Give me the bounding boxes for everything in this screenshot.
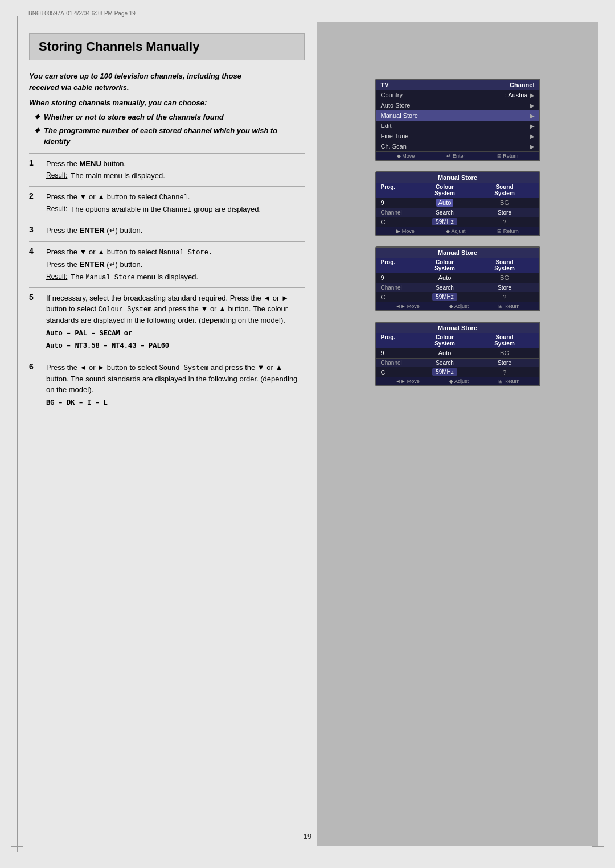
step-num-3: 3 [29,220,46,242]
tv-header-left: TV [381,81,389,88]
step4-result: Result: The Manual Store menu is display… [46,271,305,283]
freq-channel-2: C -- [381,294,415,301]
footer3-return: ⊞ Return [498,379,520,384]
manual-screen3-col-headers: Prog. ColourSystem SoundSystem [376,333,539,348]
manual-screen-3: Manual Store Prog. ColourSystem SoundSys… [375,322,540,386]
step6-formula: BG – DK – I – L [46,398,305,408]
step4-result-label: Result: [46,271,67,283]
title-box: Storing Channels Manually [29,33,305,60]
step4-instruction-line1: Press the ▼ or ▲ button to select Manual… [46,246,305,258]
manual-screen3-data: 9 Auto BG [376,348,539,358]
label-channel-2: Channel [381,285,415,291]
label-search-2: Search [415,285,475,291]
step-row-5: 5 If necessary, select the broadcasting … [29,287,305,357]
data-colour-2: Auto [415,274,475,281]
footer1-move: ▶ Move [396,228,415,234]
col-prog-2: Prog. [381,259,415,271]
col-colour-3: ColourSystem [415,334,475,347]
col-sound-1: SoundSystem [475,184,535,196]
tv-screen-footer: ◆ Move ↵ Enter ⊞ Return [376,151,539,160]
freq-mhz-3: 59MHz [415,368,475,376]
manual-screen2-col-headers: Prog. ColourSystem SoundSystem [376,258,539,273]
left-panel: Storing Channels Manually You can store … [18,22,316,846]
step-content-5: If necessary, select the broadcasting st… [46,287,305,357]
step1-result: Result: The main menu is displayed. [46,170,305,182]
step-content-6: Press the ◄ or ► button to select Sound … [46,357,305,414]
freq-channel-1: C -- [381,219,415,225]
tv-header-right: Channel [510,81,534,88]
tv-footer-return: ⊞ Return [497,153,519,159]
bullet-list: Whether or not to store each of the chan… [35,112,305,147]
label-store-2: Store [475,285,535,291]
step1-instruction: Press the MENU button. [46,158,305,170]
step-row-3: 3 Press the ENTER (↵) button. [29,220,305,242]
data-prog-3: 9 [381,349,415,356]
data-prog-1: 9 [381,199,415,206]
tv-menu-row-chscan: Ch. Scan ▶ [376,141,539,151]
tv-row-autostore-label: Auto Store [381,102,530,109]
data-sound-3: BG [475,349,535,356]
when-heading: When storing channels manually, you can … [29,98,305,107]
manual-screen2-footer: ◄► Move ◆ Adjust ⊞ Return [376,302,539,310]
tv-row-country-value: : Austria [505,92,528,98]
tv-row-autostore-arrow: ▶ [530,102,535,109]
data-prog-2: 9 [381,274,415,281]
manual-screen-2: Manual Store Prog. ColourSystem SoundSys… [375,246,540,311]
footer1-return: ⊞ Return [497,228,519,234]
content-area: You can store up to 100 television chann… [18,60,316,414]
col-colour-2: ColourSystem [415,259,475,271]
tv-screen-header: TV Channel [376,80,539,90]
tv-row-chscan-label: Ch. Scan [381,143,530,150]
step4-instruction-line2: Press the ENTER (↵) button. [46,259,305,270]
tv-row-edit-label: Edit [381,122,530,129]
freq-mhz-2: 59MHz [415,293,475,301]
tv-menu-row-finetune: Fine Tune ▶ [376,131,539,141]
header-meta: BN68-00597A-01 4/2/04 6:38 PM Page 19 [28,10,136,17]
manual-screen3-freq: C -- 59MHz ? [376,367,539,377]
intro-line1: You can store up to 100 television chann… [29,72,241,80]
manual-screen2-header: Manual Store [376,248,539,258]
step2-result: Result: The options available in the Cha… [46,204,305,215]
manual-screen-1: Manual Store Prog. ColourSystem SoundSys… [375,171,540,236]
footer2-return: ⊞ Return [498,303,520,309]
manual-screen1-footer: ▶ Move ◆ Adjust ⊞ Return [376,227,539,235]
step-row-4: 4 Press the ▼ or ▲ button to select Manu… [29,242,305,288]
tv-row-edit-arrow: ▶ [530,123,535,129]
step-num-4: 4 [29,242,46,288]
intro-line2: received via cable networks. [29,83,129,92]
manual-screen1-header: Manual Store [376,172,539,183]
manual-screen2-freq: C -- 59MHz ? [376,292,539,302]
manual-screen2-labels: Channel Search Store [376,283,539,292]
tv-row-finetune-arrow: ▶ [530,133,535,139]
footer2-adjust: ◆ Adjust [449,303,469,309]
step5-formula2: Auto – NT3.58 – NT4.43 – PAL60 [46,341,305,351]
footer3-move: ◄► Move [396,379,420,384]
step-content-4: Press the ▼ or ▲ button to select Manual… [46,242,305,288]
col-prog-1: Prog. [381,184,415,196]
page-number: 19 [304,832,311,841]
manual-screen3-footer: ◄► Move ◆ Adjust ⊞ Return [376,377,539,385]
footer3-adjust: ◆ Adjust [449,379,469,384]
manual-screen1-data: 9 Auto BG [376,198,539,208]
tv-menu-row-autostore: Auto Store ▶ [376,100,539,110]
tv-channel-screen: TV Channel Country : Austria ▶ Auto Stor… [375,79,540,161]
label-channel-1: Channel [381,209,415,216]
steps-table: 1 Press the MENU button. Result: The mai… [29,153,305,414]
tv-row-country-arrow: ▶ [530,92,535,98]
label-store-3: Store [475,360,535,366]
step2-instruction: Press the ▼ or ▲ button to select Channe… [46,191,305,203]
tv-row-manualstore-arrow: ▶ [530,113,535,119]
step5-formula1: Auto – PAL – SECAM or [46,328,305,339]
freq-store-3: ? [475,369,535,376]
intro-paragraph: You can store up to 100 television chann… [29,71,305,93]
tv-row-chscan-arrow: ▶ [530,143,535,150]
step-num-2: 2 [29,186,46,220]
step2-result-label: Result: [46,204,67,215]
bullet-item-1: Whether or not to store each of the chan… [35,112,305,123]
manual-screen3-header: Manual Store [376,323,539,333]
step-content-3: Press the ENTER (↵) button. [46,220,305,242]
tv-menu-row-manualstore: Manual Store ▶ [376,110,539,121]
data-colour-1: Auto [415,199,475,206]
step-num-1: 1 [29,153,46,186]
label-search-3: Search [415,360,475,366]
